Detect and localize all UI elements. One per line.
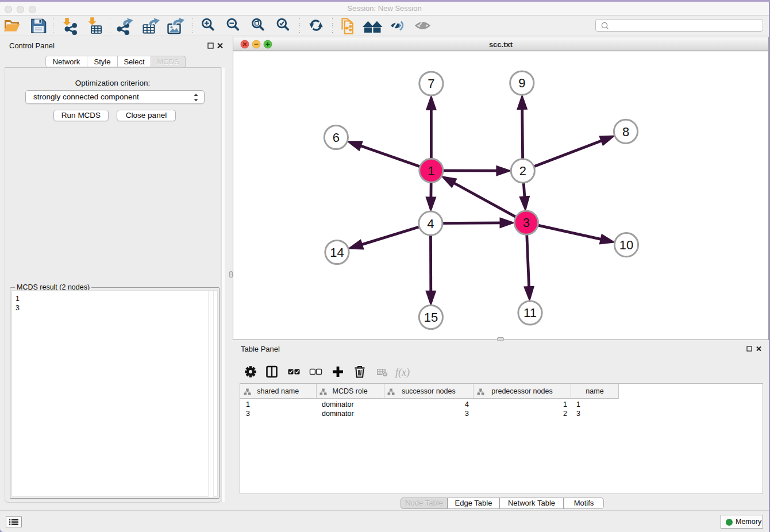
svg-text:7: 7 xyxy=(428,76,434,91)
svg-text:8: 8 xyxy=(622,125,629,139)
svg-text:9: 9 xyxy=(518,76,525,90)
svg-text:15: 15 xyxy=(424,310,438,325)
svg-text:4: 4 xyxy=(427,217,434,231)
svg-text:3: 3 xyxy=(523,215,530,230)
svg-text:f(x): f(x) xyxy=(395,367,410,379)
svg-text:10: 10 xyxy=(619,238,633,252)
svg-text:6: 6 xyxy=(333,130,340,145)
svg-text:14: 14 xyxy=(330,245,344,260)
svg-text:2: 2 xyxy=(519,164,526,178)
svg-text:1: 1 xyxy=(428,164,434,178)
svg-text:11: 11 xyxy=(523,306,537,320)
